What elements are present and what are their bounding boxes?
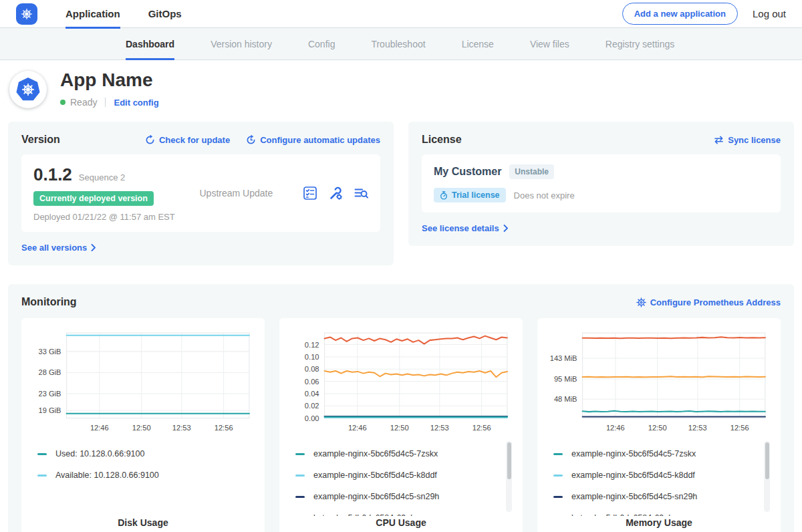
legend-color-dash	[553, 453, 563, 455]
see-all-versions-link[interactable]: See all versions	[21, 243, 96, 253]
monitoring-panel: Monitoring Configure Prometheus Addr	[8, 284, 794, 532]
svg-text:19 GiB: 19 GiB	[39, 406, 61, 414]
chart-title-disk: Disk Usage	[29, 517, 257, 528]
svg-text:0.02: 0.02	[305, 402, 319, 410]
tab-troubleshoot[interactable]: Troubleshoot	[371, 28, 425, 59]
tab-dashboard[interactable]: Dashboard	[126, 28, 174, 59]
configure-automatic-updates-link[interactable]: Configure automatic updates	[246, 135, 380, 145]
svg-text:48 MiB: 48 MiB	[554, 395, 577, 403]
current-version-card: 0.1.2 Sequence 2 Currently deployed vers…	[21, 154, 380, 232]
license-panel-title: License	[422, 134, 462, 146]
top-nav: Application GitOps Add a new application…	[0, 0, 802, 28]
svg-text:0.10: 0.10	[305, 353, 319, 361]
kubernetes-app-icon	[15, 77, 41, 102]
svg-text:12:53: 12:53	[172, 424, 191, 432]
tab-version-history[interactable]: Version history	[211, 28, 272, 59]
legend-scrollbar-thumb[interactable]	[765, 442, 769, 479]
legend-item: example-nginx-5bc6f5d4c5-7zskx	[553, 449, 757, 458]
version-panel-title: Version	[21, 134, 60, 146]
svg-text:23 GiB: 23 GiB	[39, 390, 61, 398]
see-license-details-link[interactable]: See license details	[422, 223, 509, 233]
update-source-label: Upstream Update	[175, 188, 297, 198]
svg-text:12:46: 12:46	[90, 424, 109, 432]
legend-item: Available: 10.128.0.66:9100	[37, 471, 241, 480]
legend-scrollbar-thumb[interactable]	[507, 442, 511, 479]
license-expiry: Does not expire	[514, 190, 575, 201]
clock-refresh-icon	[246, 135, 256, 145]
license-panel: License Sync license My C	[408, 122, 794, 246]
add-application-button[interactable]: Add a new application	[622, 3, 738, 25]
legend-color-dash	[553, 496, 563, 498]
svg-text:12:56: 12:56	[215, 424, 233, 432]
tab-config[interactable]: Config	[308, 28, 335, 59]
legend-item: Used: 10.128.0.66:9100	[37, 449, 241, 458]
svg-text:0.12: 0.12	[305, 341, 319, 349]
license-details-card: My Customer Unstable Trial license Doe	[422, 154, 781, 213]
license-type-badge: Trial license	[434, 188, 506, 203]
legend-label: example-nginx-5bc6f5d4c5-7zskx	[313, 449, 438, 458]
legend-scrollbar[interactable]	[506, 441, 512, 512]
legend-label: kotsadm-5db6dc6584-69qbz	[571, 513, 677, 516]
legend-item: example-nginx-5bc6f5d4c5-k8ddf	[553, 471, 757, 480]
nav-tab-gitops[interactable]: GitOps	[148, 0, 182, 28]
disk-usage-chart-card: 12:4612:5012:5312:5633 GiB28 GiB23 GiB19…	[21, 318, 265, 532]
cpu-usage-legend: example-nginx-5bc6f5d4c5-7zskxexample-ng…	[287, 441, 515, 516]
svg-text:33 GiB: 33 GiB	[39, 348, 61, 356]
legend-label: example-nginx-5bc6f5d4c5-k8ddf	[313, 471, 437, 480]
disk-usage-legend: Used: 10.128.0.66:9100Available: 10.128.…	[29, 441, 257, 516]
configure-prometheus-link[interactable]: Configure Prometheus Address	[636, 297, 781, 307]
channel-badge: Unstable	[509, 164, 554, 179]
tab-view-files[interactable]: View files	[530, 28, 569, 59]
tab-registry-settings[interactable]: Registry settings	[606, 28, 674, 59]
status-badge: Ready	[70, 97, 97, 108]
deployed-timestamp: Deployed 01/21/22 @ 11:57 am EST	[33, 212, 175, 222]
svg-text:0.04: 0.04	[305, 390, 319, 398]
refresh-icon	[145, 135, 155, 145]
legend-color-dash	[295, 453, 305, 455]
svg-text:12:53: 12:53	[688, 424, 707, 432]
svg-text:12:46: 12:46	[606, 424, 625, 432]
legend-label: example-nginx-5bc6f5d4c5-k8ddf	[571, 471, 695, 480]
cpu-usage-chart-card: 12:4612:5012:5312:560.120.100.080.060.04…	[279, 318, 523, 532]
svg-text:0.08: 0.08	[305, 365, 319, 373]
monitoring-title: Monitoring	[21, 296, 77, 308]
memory-usage-legend: example-nginx-5bc6f5d4c5-7zskxexample-ng…	[545, 441, 773, 516]
tab-license[interactable]: License	[462, 28, 494, 59]
gear-icon	[636, 297, 646, 307]
customer-name: My Customer	[434, 166, 501, 178]
nav-tab-gitops-label: GitOps	[148, 8, 182, 19]
svg-text:12:46: 12:46	[348, 424, 367, 432]
logout-link[interactable]: Log out	[753, 8, 786, 19]
svg-text:12:56: 12:56	[473, 424, 491, 432]
legend-scrollbar[interactable]	[764, 441, 770, 512]
preflight-checks-icon[interactable]	[303, 186, 317, 201]
nav-tab-application[interactable]: Application	[65, 0, 120, 28]
sync-license-link[interactable]: Sync license	[714, 135, 781, 145]
svg-text:0.00: 0.00	[305, 414, 319, 422]
version-number: 0.1.2	[33, 164, 72, 185]
legend-color-dash	[553, 475, 563, 477]
nav-tab-application-label: Application	[65, 8, 120, 19]
page-title: App Name	[60, 70, 159, 91]
legend-item: example-nginx-5bc6f5d4c5-sn29h	[553, 492, 757, 501]
memory-usage-chart: 12:4612:5012:5312:56143 MiB95 MiB48 MiB	[545, 327, 773, 438]
edit-config-link[interactable]: Edit config	[114, 98, 158, 108]
svg-text:12:56: 12:56	[730, 424, 749, 432]
svg-text:12:50: 12:50	[132, 424, 151, 432]
svg-text:12:50: 12:50	[390, 424, 409, 432]
app-header: App Name Ready Edit config	[0, 60, 802, 116]
sequence-label: Sequence 2	[79, 172, 125, 182]
legend-color-dash	[37, 475, 47, 477]
app-sub-nav: Dashboard Version history Config Trouble…	[0, 28, 802, 60]
legend-label: Available: 10.128.0.66:9100	[55, 471, 159, 480]
memory-usage-chart-card: 12:4612:5012:5312:56143 MiB95 MiB48 MiB …	[537, 318, 781, 532]
legend-label: Used: 10.128.0.66:9100	[55, 449, 144, 458]
check-for-update-link[interactable]: Check for update	[145, 135, 230, 145]
view-logs-icon[interactable]	[354, 186, 368, 201]
legend-label: kotsadm-5db6dc6584-69qbz	[313, 513, 419, 516]
chart-title-memory: Memory Usage	[545, 517, 773, 528]
disk-usage-chart: 12:4612:5012:5312:5633 GiB28 GiB23 GiB19…	[29, 327, 257, 438]
legend-item: example-nginx-5bc6f5d4c5-k8ddf	[295, 471, 499, 480]
config-wrench-icon[interactable]	[328, 186, 343, 201]
svg-text:0.06: 0.06	[305, 378, 319, 386]
